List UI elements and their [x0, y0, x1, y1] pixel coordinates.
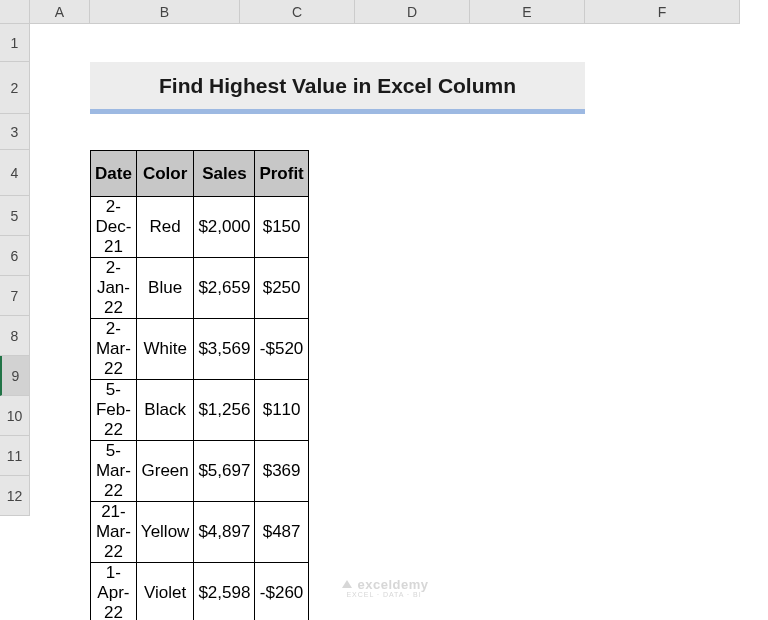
col-header-b[interactable]: B — [90, 0, 240, 23]
cell-sales[interactable]: $2,598 — [194, 563, 255, 621]
cell-date[interactable]: 5-Mar-22 — [91, 441, 137, 502]
table-row: 2-Jan-22Blue$2,659$250 — [91, 258, 309, 319]
col-header-a[interactable]: A — [30, 0, 90, 23]
cell-sales[interactable]: $4,897 — [194, 502, 255, 563]
cell-date[interactable]: 2-Jan-22 — [91, 258, 137, 319]
row-header-6[interactable]: 6 — [0, 236, 29, 276]
row-header-2[interactable]: 2 — [0, 62, 29, 114]
cell-sales[interactable]: $5,697 — [194, 441, 255, 502]
row-header-3[interactable]: 3 — [0, 114, 29, 150]
title-text: Find Highest Value in Excel Column — [159, 74, 516, 98]
row-header-10[interactable]: 10 — [0, 396, 29, 436]
select-all-corner[interactable] — [0, 0, 30, 24]
cell-color[interactable]: Yellow — [136, 502, 194, 563]
table-header-color: Color — [136, 151, 194, 197]
cell-color[interactable]: Blue — [136, 258, 194, 319]
cell-date[interactable]: 2-Dec-21 — [91, 197, 137, 258]
col-header-c[interactable]: C — [240, 0, 355, 23]
table-header-date: Date — [91, 151, 137, 197]
cell-profit[interactable]: $369 — [255, 441, 308, 502]
row-header-9[interactable]: 9 — [0, 356, 29, 396]
spreadsheet: ABCDEF 123456789101112 Find Highest Valu… — [0, 0, 768, 620]
cell-profit[interactable]: $150 — [255, 197, 308, 258]
cell-sales[interactable]: $1,256 — [194, 380, 255, 441]
cell-sales[interactable]: $3,569 — [194, 319, 255, 380]
cell-date[interactable]: 1-Apr-22 — [91, 563, 137, 621]
col-header-e[interactable]: E — [470, 0, 585, 23]
table-row: 2-Mar-22White$3,569-$520 — [91, 319, 309, 380]
cell-sales[interactable]: $2,659 — [194, 258, 255, 319]
cell-date[interactable]: 21-Mar-22 — [91, 502, 137, 563]
row-header-11[interactable]: 11 — [0, 436, 29, 476]
table-header-sales: Sales — [194, 151, 255, 197]
cell-profit[interactable]: $250 — [255, 258, 308, 319]
cell-color[interactable]: White — [136, 319, 194, 380]
col-header-f[interactable]: F — [585, 0, 740, 23]
title-banner: Find Highest Value in Excel Column — [90, 62, 585, 114]
data-table: DateColorSalesProfit 2-Dec-21Red$2,000$1… — [90, 150, 309, 620]
row-headers: 123456789101112 — [0, 24, 30, 516]
cell-profit[interactable]: -$260 — [255, 563, 308, 621]
table-row: 5-Feb-22Black$1,256$110 — [91, 380, 309, 441]
row-header-7[interactable]: 7 — [0, 276, 29, 316]
row-header-12[interactable]: 12 — [0, 476, 29, 516]
row-header-8[interactable]: 8 — [0, 316, 29, 356]
column-headers: ABCDEF — [30, 0, 740, 24]
cell-date[interactable]: 2-Mar-22 — [91, 319, 137, 380]
watermark-brand: exceldemy — [358, 577, 429, 592]
table-row: 1-Apr-22Violet$2,598-$260 — [91, 563, 309, 621]
cell-date[interactable]: 5-Feb-22 — [91, 380, 137, 441]
table-row: 21-Mar-22Yellow$4,897$487 — [91, 502, 309, 563]
table-header-profit: Profit — [255, 151, 308, 197]
cell-profit[interactable]: $487 — [255, 502, 308, 563]
logo-icon — [340, 578, 354, 593]
row-header-5[interactable]: 5 — [0, 196, 29, 236]
cell-color[interactable]: Green — [136, 441, 194, 502]
cell-profit[interactable]: $110 — [255, 380, 308, 441]
cell-sales[interactable]: $2,000 — [194, 197, 255, 258]
table-row: 2-Dec-21Red$2,000$150 — [91, 197, 309, 258]
cell-color[interactable]: Red — [136, 197, 194, 258]
cell-color[interactable]: Violet — [136, 563, 194, 621]
cell-profit[interactable]: -$520 — [255, 319, 308, 380]
row-header-4[interactable]: 4 — [0, 150, 29, 196]
row-header-1[interactable]: 1 — [0, 24, 29, 62]
col-header-d[interactable]: D — [355, 0, 470, 23]
table-row: 5-Mar-22Green$5,697$369 — [91, 441, 309, 502]
cell-color[interactable]: Black — [136, 380, 194, 441]
